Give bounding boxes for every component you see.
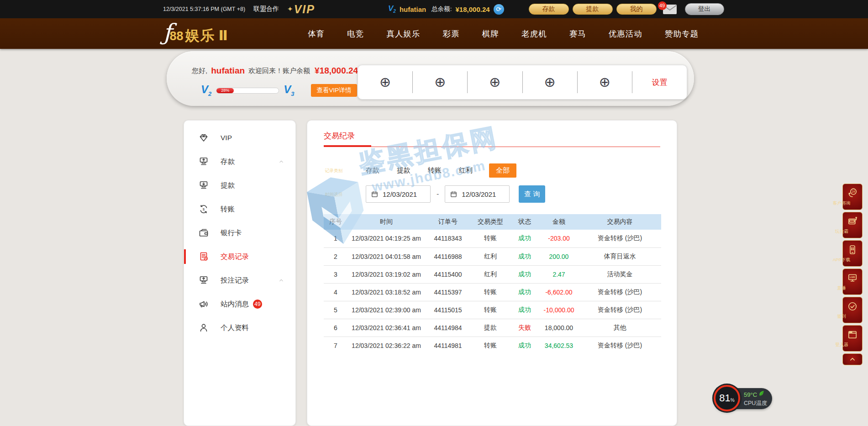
filter-option-all[interactable]: 全部	[489, 163, 516, 178]
cell-type: 转账	[471, 230, 510, 247]
circle-plus-icon: ⊕	[434, 75, 446, 89]
table-row: 212/03/2021 04:01:58 am44116988红利成功200.0…	[324, 247, 661, 265]
quick-add-slot-1[interactable]: ⊕	[358, 65, 412, 99]
date-from-input[interactable]: 12/03/2021	[366, 185, 431, 203]
table-row: 112/03/2021 04:19:25 am44118343转账成功-203.…	[324, 230, 661, 247]
collapse-button[interactable]	[842, 353, 863, 365]
navbar: ƒ88娱乐Ⅱ 体育电竞真人娱乐彩票棋牌老虎机赛马优惠活动赞助专题	[0, 18, 868, 49]
cell-amount: 34,602.53	[539, 337, 579, 354]
column-header: 订单号	[425, 214, 471, 230]
site-logo[interactable]: ƒ88娱乐Ⅱ	[163, 22, 228, 45]
cell-content: 体育日返水	[579, 247, 661, 265]
filter-options: 存款提款转账红利	[366, 166, 473, 175]
transactions-table: 序号时间订单号交易类型状态金额交易内容 112/03/2021 04:19:25…	[324, 214, 661, 354]
settings-button[interactable]: 设置	[632, 65, 687, 99]
transfer-icon: $	[198, 203, 210, 215]
filter-option-2[interactable]: 提款	[397, 166, 410, 175]
filter-option-1[interactable]: 存款	[366, 166, 379, 175]
svg-text:777: 777	[850, 220, 854, 222]
withdraw-button[interactable]: 提款	[573, 4, 613, 15]
cell-status: 失败	[510, 319, 539, 337]
quick-add-slot-2[interactable]: ⊕	[413, 65, 467, 99]
vip-detail-button[interactable]: 查看VIP详情	[311, 84, 358, 97]
deposit-button[interactable]: 存款	[529, 4, 569, 15]
vip-next-badge: V3	[284, 84, 294, 97]
sidebar-item-label: VIP	[221, 134, 232, 142]
sidebar-item-site-message[interactable]: 站内消息49	[184, 292, 295, 316]
filter-option-4[interactable]: 红利	[459, 166, 473, 175]
floating-menu: 24客户咨询777玩拉霸APP下载LIVE直播签到登入器	[842, 184, 863, 365]
nav-item-2[interactable]: 电竞	[347, 28, 364, 39]
datetime: 12/3/2021 5:37:16 PM (GMT +8)	[163, 6, 245, 12]
nav-item-5[interactable]: 棋牌	[482, 28, 499, 39]
unread-badge: 49	[253, 300, 262, 309]
mail-icon[interactable]: 49	[663, 5, 677, 14]
nav-item-6[interactable]: 老虎机	[521, 28, 547, 39]
leaf-icon	[758, 390, 764, 399]
vip-logo-text: VIP	[294, 3, 315, 16]
affiliate-link[interactable]: 联盟合作	[253, 5, 279, 13]
cell-status: 成功	[510, 265, 539, 283]
nav-item-7[interactable]: 赛马	[569, 28, 586, 39]
float-button-slot-machine[interactable]: 777玩拉霸	[842, 212, 863, 238]
cpu-percent-unit: %	[731, 398, 735, 403]
nav-item-9[interactable]: 赞助专题	[665, 28, 699, 39]
launcher-icon	[847, 329, 858, 340]
sidebar-item-profile[interactable]: 个人资料	[184, 316, 295, 340]
cell-time: 12/03/2021 03:19:02 am	[347, 265, 425, 283]
cell-order: 44114981	[425, 337, 471, 354]
circle-plus-icon: ⊕	[544, 75, 556, 89]
float-button-app-download[interactable]: APP下载	[842, 240, 863, 267]
quick-add-slot-4[interactable]: ⊕	[523, 65, 577, 99]
date-label: 时间选择	[325, 191, 343, 197]
sidebar-item-withdraw[interactable]: 提款	[184, 174, 295, 197]
tab-transaction-records[interactable]: 交易纪录	[324, 131, 355, 141]
sidebar-item-deposit[interactable]: 存款	[184, 150, 295, 174]
sidebar-item-bet-record[interactable]: 投注记录	[184, 268, 295, 292]
logo-name: 娱乐	[185, 26, 216, 45]
table-body: 112/03/2021 04:19:25 am44118343转账成功-203.…	[324, 230, 661, 354]
table-row: 412/03/2021 03:18:52 am44115397转账成功-6,60…	[324, 283, 661, 301]
nav-item-3[interactable]: 真人娱乐	[386, 28, 420, 39]
float-button-customer-service[interactable]: 24客户咨询	[842, 184, 863, 210]
cpu-temperature: 59°C	[744, 391, 757, 398]
cell-no: 4	[324, 283, 347, 301]
mine-button[interactable]: 我的	[616, 4, 657, 15]
sidebar-item-transfer[interactable]: $转账	[184, 197, 295, 221]
column-header: 状态	[510, 214, 539, 230]
quick-add-slot-3[interactable]: ⊕	[468, 65, 522, 99]
table-header-row: 序号时间订单号交易类型状态金额交易内容	[324, 214, 661, 230]
chevron-up-icon[interactable]	[278, 158, 284, 165]
logout-button[interactable]: 登出	[685, 3, 724, 15]
date-to-input[interactable]: 12/03/2021	[445, 185, 510, 203]
nav-item-4[interactable]: 彩票	[443, 28, 460, 39]
float-button-check-in[interactable]: 签到	[842, 297, 863, 323]
vip-logo[interactable]: ✦VIP	[287, 3, 315, 16]
cell-time: 12/03/2021 02:36:22 am	[347, 337, 425, 354]
nav-item-1[interactable]: 体育	[308, 28, 325, 39]
balance-value: ¥18,000.24	[456, 5, 490, 13]
date-from-value: 12/03/2021	[383, 190, 417, 198]
float-button-live-stream[interactable]: LIVE直播	[842, 268, 863, 295]
sidebar-item-label: 转账	[221, 205, 235, 214]
chevron-up-icon[interactable]	[278, 277, 284, 284]
date-to-value: 12/03/2021	[462, 190, 496, 198]
sidebar-item-label: 个人资料	[221, 323, 249, 333]
float-button-launcher[interactable]: 登入器	[842, 325, 863, 352]
sidebar-item-vip-diamond[interactable]: VIP	[184, 126, 295, 150]
search-button[interactable]: 查 询	[519, 185, 545, 203]
cell-type: 转账	[471, 283, 510, 301]
sidebar-item-transaction-record[interactable]: 交易记录	[184, 245, 295, 268]
nav-menu: 体育电竞真人娱乐彩票棋牌老虎机赛马优惠活动赞助专题	[308, 18, 699, 49]
filter-option-3[interactable]: 转账	[428, 166, 442, 175]
cell-content: 其他	[579, 319, 661, 337]
sidebar-item-bank-card[interactable]: 银行卡	[184, 221, 295, 245]
quick-add-slot-5[interactable]: ⊕	[578, 65, 632, 99]
sidebar-item-label: 交易记录	[221, 252, 249, 262]
cell-order: 44118343	[425, 230, 471, 247]
transaction-record-icon	[198, 251, 210, 263]
refresh-balance-icon[interactable]: ⟳	[494, 4, 504, 15]
topbar-right: V2 hufatian 总余额: ¥18,000.24 ⟳ 存款 提款 我的 4…	[388, 0, 724, 18]
cell-amount: -203.00	[539, 230, 579, 247]
nav-item-8[interactable]: 优惠活动	[609, 28, 642, 39]
